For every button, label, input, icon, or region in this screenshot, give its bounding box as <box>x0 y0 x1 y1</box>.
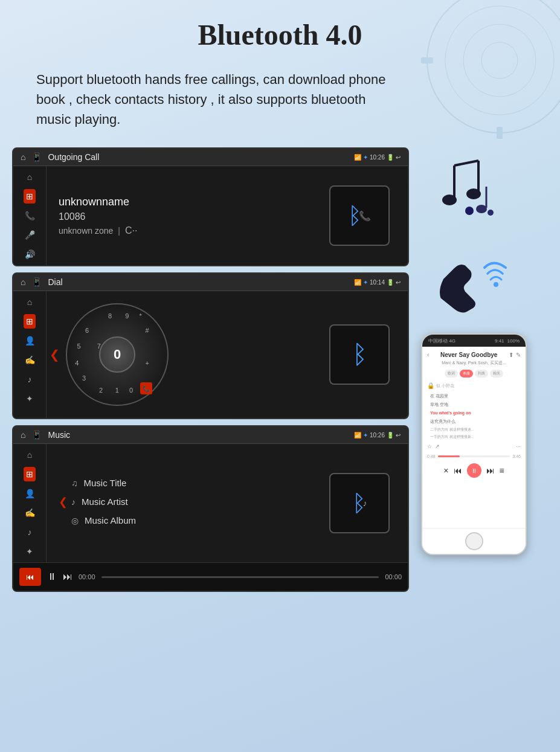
tab-lyrics[interactable]: 歌词 <box>445 370 458 378</box>
phone-screen: ‹ Never Say Goodbye ⬆ ✎ Marc & Nazy, Par… <box>422 347 526 528</box>
phone-next[interactable]: ⏭ <box>486 466 495 475</box>
progress-bar[interactable] <box>101 576 379 578</box>
sidebar-home[interactable]: ⌂ <box>25 170 34 184</box>
home-icon-music[interactable]: ⌂ <box>21 430 25 440</box>
phone-more-icon[interactable]: ··· <box>516 443 521 449</box>
screen-right-music: ᛒ ♪ <box>311 444 408 562</box>
sidebar-phone-call[interactable]: 📞 <box>22 208 37 223</box>
sdb-sign-dial[interactable]: ✍ <box>22 353 37 367</box>
dial-left-arrow[interactable]: ❮ <box>50 347 60 362</box>
phone-lock-row: 🔒 似 小野花 <box>427 382 521 389</box>
phone-shuffle[interactable]: × <box>443 466 448 475</box>
bt-icon-status: ✦ <box>363 154 368 161</box>
music-title-label: Music Title <box>84 478 127 488</box>
back-icon[interactable]: ↩ <box>396 154 401 161</box>
phone-back-arrow[interactable]: ‹ <box>427 352 429 358</box>
prev-button[interactable]: ⏮ <box>19 568 41 586</box>
phone-time-notch: 9:41 <box>495 338 504 344</box>
dial-num-1: 1 <box>115 387 119 394</box>
dial-call-btn[interactable]: 📞 <box>140 382 152 394</box>
music-bt-note: ♪ <box>363 498 367 508</box>
phone-prev[interactable]: ⏮ <box>454 466 462 475</box>
outgoing-call-screen: ⌂ 📱 Outgoing Call 📶 ✦ 10:26 🔋 ↩ ⌂ ⊞ 📞 🎤 <box>12 147 409 266</box>
dial-pad[interactable]: 8 9 * 6 # 5 4 7 3 2 1 0 + <box>66 303 169 406</box>
svg-point-18 <box>494 282 498 287</box>
back-music[interactable]: ↩ <box>396 432 401 439</box>
dial-num-0red: 0 <box>129 387 133 394</box>
battery-music: 🔋 <box>387 432 394 439</box>
phone-home-button[interactable] <box>465 532 483 550</box>
sidebar-vol[interactable]: 🔊 <box>22 247 37 262</box>
screen-header-music: ⌂ 📱 Music 📶 ✦ 10:26 🔋 ↩ <box>13 426 408 444</box>
sdb-person-music[interactable]: 👤 <box>22 486 37 501</box>
sdb-person-dial[interactable]: 👤 <box>22 333 37 348</box>
music-note-icon-artist: ♪ <box>71 497 76 507</box>
screen-header-dial: ⌂ 📱 Dial 📶 ✦ 10:14 🔋 ↩ <box>13 274 408 291</box>
phone-artist: Marc & Nazy, Park Sosh, 买买提... <box>427 360 521 366</box>
phone-home-bar <box>422 528 526 554</box>
screens-column: ⌂ 📱 Outgoing Call 📶 ✦ 10:26 🔋 ↩ ⌂ ⊞ 📞 🎤 <box>12 147 409 592</box>
tab-related[interactable]: 相关 <box>490 370 503 378</box>
dial-screen: ⌂ 📱 Dial 📶 ✦ 10:14 🔋 ↩ ⌂ ⊞ 👤 ✍ ♪ <box>12 272 409 419</box>
back-dial[interactable]: ↩ <box>396 279 401 286</box>
phone-nav-row: ‹ Never Say Goodbye ⬆ ✎ <box>427 352 521 358</box>
phone-edit-icon[interactable]: ✎ <box>516 352 521 358</box>
screen-title-dial: Dial <box>48 277 348 287</box>
screen-title-music: Music <box>48 430 348 440</box>
dial-call-icon: 📞 <box>143 385 150 392</box>
tab-list[interactable]: 列表 <box>475 370 488 378</box>
phone-carrier: 中国移动 4G <box>428 338 455 344</box>
phone-play-pause[interactable]: ⏸ <box>467 463 481 478</box>
screen-sidebar-call: ⌂ ⊞ 📞 🎤 🔊 <box>13 166 47 265</box>
screen-sidebar-dial: ⌂ ⊞ 👤 ✍ ♪ ✦ <box>13 291 47 418</box>
phone-share-icon[interactable]: ⬆ <box>509 352 513 358</box>
music-left-arrow[interactable]: ❮ <box>59 495 68 509</box>
next-button[interactable]: ⏭ <box>63 571 72 582</box>
music-list: ♫ Music Title ♪ Music Artist ◎ Music Alb… <box>71 472 136 532</box>
dial-num-2: 2 <box>99 387 103 394</box>
dial-num-5: 5 <box>77 342 81 350</box>
lyric-line-1: 在 花园里 <box>430 392 518 400</box>
dial-center: 0 <box>99 336 135 373</box>
lyric-line-2: 草地 空地 <box>430 400 518 409</box>
phone-action-row: ☆ ↗ ··· <box>427 443 521 449</box>
sdb-active-music[interactable]: ⊞ <box>24 467 36 481</box>
lyric-line-3: 这究竟为什么 <box>430 417 518 426</box>
phone-queue[interactable]: ≡ <box>500 466 504 475</box>
music-circle-icon-album: ◎ <box>71 516 79 525</box>
sdb-home-dial[interactable]: ⌂ <box>25 295 34 309</box>
dial-num-6: 6 <box>85 327 89 334</box>
phone-wifi-svg <box>427 246 512 313</box>
tab-active[interactable]: 单曲 <box>460 370 473 378</box>
description: Support bluetooth hands free callings, c… <box>0 57 423 147</box>
phone-progress-row: 0:48 3:46 <box>427 454 521 458</box>
sdb-sign-music[interactable]: ✍ <box>22 506 37 520</box>
sdb-bt-music[interactable]: ✦ <box>24 544 36 559</box>
screen-title-call: Outgoing Call <box>48 152 348 162</box>
sdb-note-music[interactable]: ♪ <box>25 525 34 539</box>
phone-progress-bar[interactable] <box>438 455 510 457</box>
sdb-home-music[interactable]: ⌂ <box>25 448 34 462</box>
svg-point-12 <box>442 194 457 205</box>
phone-share2-icon[interactable]: ↗ <box>435 443 440 449</box>
sdb-active-dial[interactable]: ⊞ <box>24 314 36 329</box>
phone-fav-icon[interactable]: ☆ <box>427 443 432 449</box>
home-icon-dial[interactable]: ⌂ <box>21 277 25 287</box>
phone-lock-icon: 🔒 <box>427 382 434 389</box>
phone-lyrics-block: 在 花园里 草地 空地 You what's going on 这究竟为什么 二… <box>427 392 521 440</box>
home-icon[interactable]: ⌂ <box>21 152 25 162</box>
sidebar-mic[interactable]: 🎤 <box>22 228 37 242</box>
play-pause-button[interactable]: ⏸ <box>47 571 57 582</box>
phone-song-title: Never Say Goodbye <box>431 352 506 358</box>
signal-icon-dial: 📶 <box>354 279 361 286</box>
phone-time-total: 3:46 <box>512 454 521 458</box>
sdb-music-dial[interactable]: ♪ <box>25 372 34 387</box>
svg-rect-6 <box>421 57 433 63</box>
smartphone-mockup: 中国移动 4G 9:41 100% ‹ Never Say Goodbye ⬆ … <box>421 333 527 555</box>
caller-name: unknownname <box>59 196 299 208</box>
svg-point-16 <box>465 207 474 215</box>
screen-sidebar-music: ⌂ ⊞ 👤 ✍ ♪ ✦ <box>13 444 47 562</box>
sidebar-active[interactable]: ⊞ <box>24 189 36 204</box>
phone-wifi-decoration <box>427 246 512 315</box>
sdb-bt-dial[interactable]: ✦ <box>24 391 36 406</box>
